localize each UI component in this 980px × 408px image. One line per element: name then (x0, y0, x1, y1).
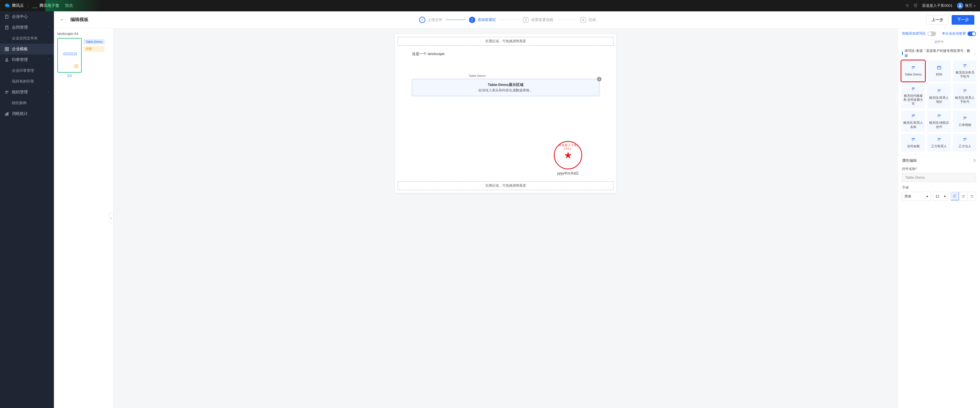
header-drop-zone[interactable]: 页眉区域，可拖拽调整高度 (398, 37, 613, 46)
font-label: 字体 (902, 185, 976, 190)
product-name[interactable]: ⎯⎯ 腾讯电子签 (32, 3, 59, 8)
sidebar-item-企业模板[interactable]: 企业模板 (0, 44, 54, 54)
tile-label: 订单明细 (959, 123, 971, 127)
field-tile-订单明细[interactable]: 订单明细 (953, 111, 977, 132)
seal-text: 渠道接入子客0001 (555, 143, 581, 150)
page-title: 编辑模板 (70, 17, 89, 23)
field-tile-乙方法人[interactable]: 乙方法人 (953, 134, 977, 151)
widget-label: Table-Demo (469, 74, 485, 78)
svg-rect-43 (937, 115, 940, 115)
field-tile-账无忧-联系人地址[interactable]: 账无忧-联系人地址 (927, 84, 951, 109)
tile-label: 时间 (936, 72, 942, 76)
thumb-tag-table[interactable]: Table-Demo (83, 39, 105, 44)
field-tile-账无忧-联系人名称[interactable]: 账无忧-联系人名称 (901, 111, 925, 132)
brand-logo[interactable]: 腾讯云 (5, 3, 24, 8)
seal-area[interactable]: 渠道接入子客0001 ★ yyyy年m月d日 (554, 141, 582, 176)
divider (28, 3, 28, 8)
svg-rect-30 (963, 66, 965, 67)
document-page[interactable]: 页眉区域，可拖拽调整高度 这是一个 landscape Table-Demo ✕… (395, 34, 616, 193)
field-section-header[interactable]: 填写区-来源「渠道客户对接专用应用号」数据 ⌄ (898, 46, 980, 61)
form-icon (963, 89, 967, 94)
step-2: 2添加签署区 (469, 17, 496, 23)
sidebar-item-组织架构[interactable]: 组织架构 (0, 97, 54, 108)
form-icon (963, 116, 967, 121)
svg-rect-44 (937, 116, 940, 116)
control-name-input[interactable] (902, 173, 976, 182)
next-step-button[interactable]: 下一步 (951, 15, 974, 25)
svg-rect-28 (963, 64, 966, 65)
prev-step-button[interactable]: 上一步 (926, 15, 949, 25)
editor-header: ← 编辑模板 上传文件2添加签署区3设置签署流程4完成 上一步 下一步 (54, 11, 980, 29)
page-body-text: 这是一个 landscape (412, 51, 599, 56)
field-tile-账无忧-联系人手机号[interactable]: 账无忧-联系人手机号 (953, 84, 977, 109)
thumbnail-panel: landscape-A4 Table-Demo 印章 1/1 « (54, 29, 113, 408)
table-demo-widget[interactable]: Table-Demo ✕ Table-Demo展示区域 自动传入表头和内容生成数… (412, 79, 599, 96)
smart-add-toggle[interactable] (928, 32, 936, 36)
sidebar-item-消耗统计[interactable]: 消耗统计 (0, 108, 54, 119)
sidebar-item-我持有的印章[interactable]: 我持有的印章 (0, 76, 54, 87)
chevron-down-icon: ▾ (926, 194, 928, 198)
svg-rect-22 (912, 67, 915, 68)
help-icon[interactable]: ?⃝ (906, 4, 909, 8)
svg-point-14 (6, 59, 7, 60)
page-number: 1/1 (57, 74, 82, 78)
collapse-thumbnail-button[interactable]: « (109, 212, 113, 224)
canvas[interactable]: 页眉区域，可拖拽调整高度 这是一个 landscape Table-Demo ✕… (113, 29, 898, 408)
field-tile-账无忧代账服务-合同金额大写[interactable]: 账无忧代账服务-合同金额大写 (901, 84, 925, 109)
widget-desc: 自动传入表头和内容生成数据表格。 (415, 88, 596, 93)
tile-label: 账无忧-联系人地址 (928, 96, 950, 104)
form-icon (937, 89, 942, 94)
seal-stamp[interactable]: 渠道接入子客0001 ★ (554, 141, 582, 169)
step-label: 设置签署流程 (531, 17, 553, 22)
widget-close-button[interactable]: ✕ (597, 77, 601, 81)
footer-drop-zone[interactable]: 页脚区域，可拖拽调整高度 (398, 181, 613, 190)
svg-rect-15 (6, 60, 8, 61)
align-left-button[interactable] (950, 192, 959, 200)
step-circle (419, 17, 425, 23)
field-section-title: 填写区-来源「渠道客户对接专用应用号」数据 (905, 48, 972, 58)
svg-rect-35 (937, 91, 940, 91)
sidebar-item-组织管理[interactable]: 组织管理⌃ (0, 87, 54, 97)
form-icon (911, 86, 916, 92)
align-right-button[interactable] (967, 192, 976, 201)
svg-point-17 (7, 91, 8, 92)
sidebar-item-印章管理[interactable]: 印章管理⌃ (0, 54, 54, 65)
tile-label: 账无忧-联系人名称 (902, 121, 924, 129)
back-button[interactable]: ← (60, 17, 65, 23)
property-collapse-button[interactable]: ⇅ (973, 159, 976, 163)
svg-rect-40 (912, 115, 915, 115)
page-thumbnail[interactable] (57, 38, 82, 73)
field-tile-乙方联系人[interactable]: 乙方联系人 (927, 134, 951, 151)
step-circle: 2 (469, 17, 475, 23)
field-tile-合同金额[interactable]: 合同金额 (901, 134, 925, 151)
sidebar-item-企业印章管理[interactable]: 企业印章管理 (0, 65, 54, 76)
svg-rect-20 (8, 112, 8, 115)
svg-rect-42 (912, 116, 913, 117)
svg-rect-10 (5, 47, 6, 49)
sidebar-item-合同管理[interactable]: 合同管理⌃ (0, 22, 54, 33)
step-4: 4完成 (580, 17, 596, 23)
step-circle: 3 (523, 17, 529, 23)
align-center-button[interactable] (959, 192, 967, 201)
chevron-down-icon: ⌄ (974, 52, 976, 55)
svg-rect-12 (5, 49, 6, 51)
field-tile-时间[interactable]: 时间 (927, 61, 951, 81)
shield-icon[interactable] (913, 3, 918, 8)
sidebar-item-企业中心[interactable]: 企业中心 (0, 11, 54, 22)
step-line (500, 19, 519, 20)
step-3: 3设置签署流程 (523, 17, 553, 23)
svg-rect-46 (963, 117, 966, 118)
field-tile-Table-Demo[interactable]: Table-Demo (901, 61, 925, 81)
tile-label: 账无忧-联系人手机号 (954, 96, 975, 104)
sidebar-item-企业合同文件夹[interactable]: 企业合同文件夹 (0, 33, 54, 44)
auto-sign-toggle[interactable] (967, 32, 976, 36)
form-icon (963, 63, 967, 69)
svg-rect-38 (963, 91, 966, 91)
font-size-select[interactable]: 12▾ (933, 192, 948, 201)
user-menu[interactable]: 张三 ▾ (957, 3, 975, 9)
field-tile-账无忧-纳税识别号[interactable]: 账无忧-纳税识别号 (927, 111, 951, 132)
field-tile-账无忧业务员手机号[interactable]: 账无忧业务员手机号 (953, 61, 977, 81)
svg-rect-32 (912, 89, 915, 89)
thumb-tag-seal[interactable]: 印章 (83, 46, 105, 52)
font-family-select[interactable]: 黑体▾ (902, 192, 931, 201)
